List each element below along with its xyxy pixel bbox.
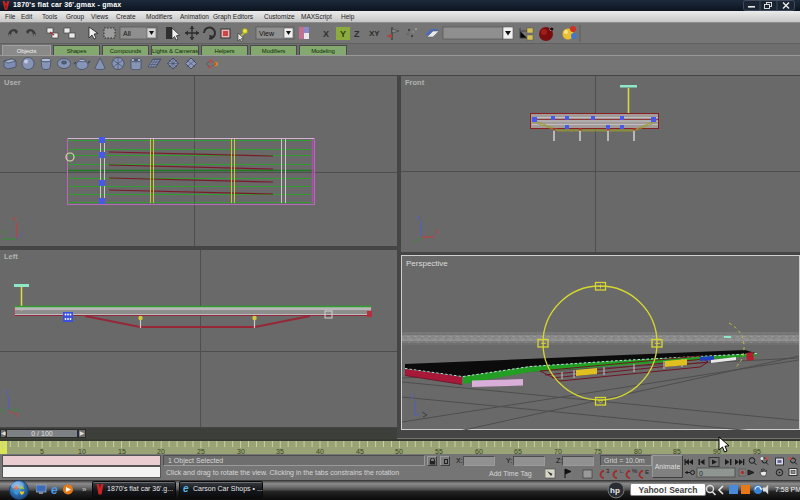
svg-text:»: » — [82, 485, 87, 494]
svg-text:x: x — [435, 228, 439, 235]
svg-text:hp: hp — [610, 486, 620, 495]
svg-text:x: x — [15, 411, 19, 418]
svg-text:∟: ∟ — [619, 468, 625, 474]
svg-text:z: z — [417, 214, 421, 221]
svg-text:X: X — [323, 29, 329, 39]
svg-text:Perspective: Perspective — [406, 259, 448, 268]
svg-text:User: User — [4, 78, 21, 87]
svg-text:Left: Left — [4, 252, 18, 261]
svg-text:%: % — [632, 468, 638, 474]
svg-text:XY: XY — [369, 29, 380, 38]
svg-text:x: x — [13, 215, 17, 222]
svg-text:All: All — [123, 30, 131, 37]
svg-text:0: 0 — [699, 470, 703, 477]
svg-text:Y: Y — [340, 29, 346, 39]
svg-text:Front: Front — [405, 78, 425, 87]
svg-text:e: e — [51, 483, 58, 497]
svg-text:E: E — [645, 469, 649, 475]
svg-text:3: 3 — [606, 468, 610, 474]
svg-text:z: z — [5, 388, 9, 395]
svg-text:Z: Z — [354, 29, 360, 39]
svg-text:z: z — [411, 393, 415, 400]
svg-text:Y: Y — [2, 229, 7, 236]
svg-text:View: View — [259, 30, 275, 37]
svg-text:y: y — [1, 406, 5, 414]
